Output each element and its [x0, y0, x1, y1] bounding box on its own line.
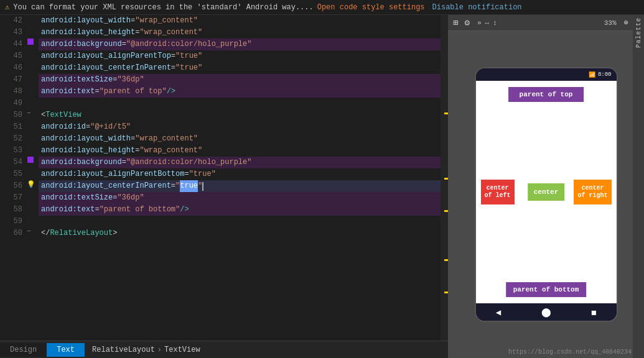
nav-home-button: ⬤ [541, 307, 551, 318]
layers-icon[interactable]: ⊞ [452, 16, 459, 29]
preview-center-left: centerof left [481, 180, 515, 204]
fold-50[interactable]: − [27, 109, 31, 117]
settings-icon[interactable]: ⚙ [463, 16, 470, 29]
preview-bottom-text: parent of bottom [506, 282, 587, 297]
code-line-53: android:layout_height="wrap_content" [39, 145, 441, 157]
tab-design[interactable]: Design [0, 343, 47, 357]
main-area: 42 43 44 45 46 47 48 49 50 51 52 53 54 5… [0, 15, 644, 358]
code-line-60: </RelativeLayout> [39, 227, 441, 239]
status-time: 8:00 [598, 71, 612, 78]
code-line-46: android:layout_centerInParent="true" [39, 62, 441, 74]
code-line-50: <TextView [39, 109, 441, 121]
code-area[interactable]: 42 43 44 45 46 47 48 49 50 51 52 53 54 5… [0, 15, 448, 341]
right-toolbar: ⊞ ⚙ » ↔ ↕ 33% ⊕ ⊖ [448, 15, 644, 31]
wifi-icon: 📶 [589, 71, 595, 78]
code-line-54: android:background="@android:color/holo_… [39, 157, 441, 168]
line-numbers: 42 43 44 45 46 47 48 49 50 51 52 53 54 5… [0, 15, 25, 341]
fold-60[interactable]: − [27, 227, 31, 235]
move-left-icon[interactable]: ↔ [485, 19, 489, 27]
toolbar-arrows: » [477, 19, 482, 27]
breakpoint-44 [27, 39, 34, 45]
phone-status-bar: 📶 8:00 [476, 68, 617, 81]
code-line-59 [39, 216, 441, 227]
breadcrumb-item-2: TextView [164, 346, 200, 354]
nav-recent-button: ◼ [591, 307, 596, 318]
phone-frame: 📶 8:00 parent of top centerof left cente… [475, 67, 618, 322]
breadcrumb: RelativeLayout › TextView [85, 346, 208, 354]
nav-back-button: ◀ [496, 307, 501, 318]
preview-center: center [528, 183, 565, 201]
phone-nav-bar: ◀ ⬤ ◼ [476, 303, 617, 321]
code-line-44: android:background="@android:color/holo_… [39, 39, 441, 50]
code-line-51: android:id="@+id/t5" [39, 121, 441, 133]
code-line-48: android:text="parent of top"/> [39, 86, 441, 98]
code-line-57: android:textSize="36dp" [39, 192, 441, 204]
code-line-52: android:layout_width="wrap_content" [39, 133, 441, 145]
disable-notification-link[interactable]: Disable notification [432, 3, 522, 12]
breadcrumb-sep: › [157, 346, 162, 354]
move-up-icon[interactable]: ↕ [493, 19, 497, 27]
bottom-bar: Design Text RelativeLayout › TextView [0, 341, 448, 358]
notification-bar: ⚠ You can format your XML resources in t… [0, 0, 644, 15]
zoom-percent: 33% [604, 19, 617, 27]
bulb-56[interactable]: 💡 [27, 180, 35, 188]
zoom-in-icon[interactable]: ⊕ [623, 17, 630, 29]
code-line-49 [39, 98, 441, 109]
code-line-42: android:layout_width="wrap_content" [39, 15, 441, 27]
right-panel: Palette ⊞ ⚙ » ↔ ↕ 33% ⊕ ⊖ 📶 8:00 par [448, 15, 644, 358]
breakpoint-54 [27, 157, 34, 163]
scrollbar-track[interactable] [441, 15, 448, 341]
code-line-58: android:text="parent of bottom"/> [39, 204, 441, 216]
tab-text[interactable]: Text [47, 343, 85, 357]
notification-text: You can format your XML resources in the… [13, 3, 313, 12]
preview-top-text: parent of top [508, 87, 584, 102]
breadcrumb-item-1: RelativeLayout [92, 346, 155, 354]
editor-panel: 42 43 44 45 46 47 48 49 50 51 52 53 54 5… [0, 15, 448, 358]
code-content[interactable]: android:layout_width="wrap_content" andr… [39, 15, 441, 341]
palette-sidebar: Palette [633, 15, 644, 358]
gutter: − 💡 − [25, 15, 39, 341]
phone-screen: parent of top centerof left center cente… [476, 81, 617, 303]
code-line-45: android:layout_alignParentTop="true" [39, 50, 441, 62]
warning-icon: ⚠ [5, 2, 9, 12]
phone-preview: 📶 8:00 parent of top centerof left cente… [448, 31, 644, 358]
open-code-style-link[interactable]: Open code style settings [317, 3, 425, 12]
palette-label: Palette [635, 17, 642, 48]
code-line-55: android:layout_alignParentBottom="true" [39, 168, 441, 180]
watermark: https://blog.csdn.net/qq_40840234 [508, 349, 632, 356]
preview-center-right: centerof right [574, 180, 611, 204]
code-line-43: android:layout_height="wrap_content" [39, 27, 441, 39]
code-line-56: android:layout_centerInParent="true" [39, 180, 441, 192]
code-line-47: android:textSize="36dp" [39, 74, 441, 86]
